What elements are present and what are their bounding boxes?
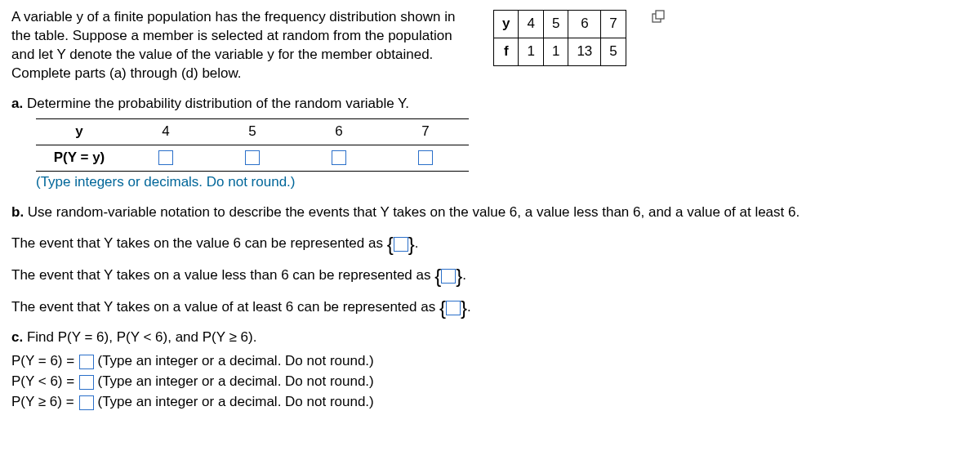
close-brace-icon: }	[461, 301, 467, 315]
open-brace-icon: {	[434, 269, 441, 284]
freq-f-0: 1	[519, 38, 543, 65]
freq-f-3: 5	[601, 38, 626, 65]
answer-input-p5[interactable]	[245, 150, 260, 165]
answer-input-b3[interactable]	[446, 301, 461, 315]
open-brace-icon: {	[387, 237, 394, 252]
svg-rect-1	[656, 11, 664, 19]
b-line-3: The event that Y takes on a value of at …	[11, 298, 969, 317]
answer-input-p6[interactable]	[332, 150, 346, 165]
prob-col-0: 4	[122, 118, 209, 145]
c-row-1: P(Y = 6) = (Type an integer or a decimal…	[11, 352, 969, 371]
c-hint-3: (Type an integer or a decimal. Do not ro…	[97, 394, 373, 409]
freq-y-2: 6	[568, 11, 601, 38]
answer-input-c1[interactable]	[79, 355, 94, 369]
part-a-hint: (Type integers or decimals. Do not round…	[36, 173, 969, 192]
freq-y-0: 4	[519, 11, 543, 38]
intro-text: A variable y of a finite population has …	[11, 8, 469, 83]
prob-col-3: 7	[382, 118, 469, 145]
part-b-prompt: b. Use random-variable notation to descr…	[11, 203, 969, 222]
prob-row-label-p: P(Y = y)	[36, 145, 122, 171]
answer-input-b2[interactable]	[441, 269, 456, 284]
part-c-prompt: c. Find P(Y = 6), P(Y < 6), and P(Y ≥ 6)…	[11, 328, 969, 347]
probability-table: y 4 5 6 7 P(Y = y)	[36, 118, 469, 172]
freq-row-label-y: y	[494, 11, 519, 38]
popout-icon[interactable]	[651, 10, 666, 25]
freq-y-3: 7	[601, 11, 626, 38]
c-row-3: P(Y ≥ 6) = (Type an integer or a decimal…	[11, 393, 969, 412]
freq-f-2: 13	[568, 38, 601, 65]
prob-col-2: 6	[296, 118, 382, 145]
freq-y-1: 5	[543, 11, 568, 38]
answer-input-b1[interactable]	[394, 237, 408, 252]
freq-row-label-f: f	[494, 38, 519, 65]
prob-row-label-y: y	[36, 118, 122, 145]
c-hint-1: (Type an integer or a decimal. Do not ro…	[97, 353, 373, 368]
c-row-2: P(Y < 6) = (Type an integer or a decimal…	[11, 373, 969, 391]
b-line-1: The event that Y takes on the value 6 ca…	[11, 234, 969, 253]
open-brace-icon: {	[439, 301, 446, 315]
answer-input-p4[interactable]	[158, 150, 173, 165]
answer-input-c2[interactable]	[79, 375, 94, 390]
answer-input-c3[interactable]	[79, 395, 94, 410]
answer-input-p7[interactable]	[418, 150, 433, 165]
b-line-2: The event that Y takes on a value less t…	[11, 266, 969, 285]
freq-f-1: 1	[543, 38, 568, 65]
frequency-table: y 4 5 6 7 f 1 1 13 5	[493, 10, 626, 66]
prob-col-1: 5	[209, 118, 296, 145]
c-hint-2: (Type an integer or a decimal. Do not ro…	[97, 373, 373, 389]
close-brace-icon: }	[408, 237, 415, 252]
part-a-prompt: a. Determine the probability distributio…	[11, 95, 969, 114]
